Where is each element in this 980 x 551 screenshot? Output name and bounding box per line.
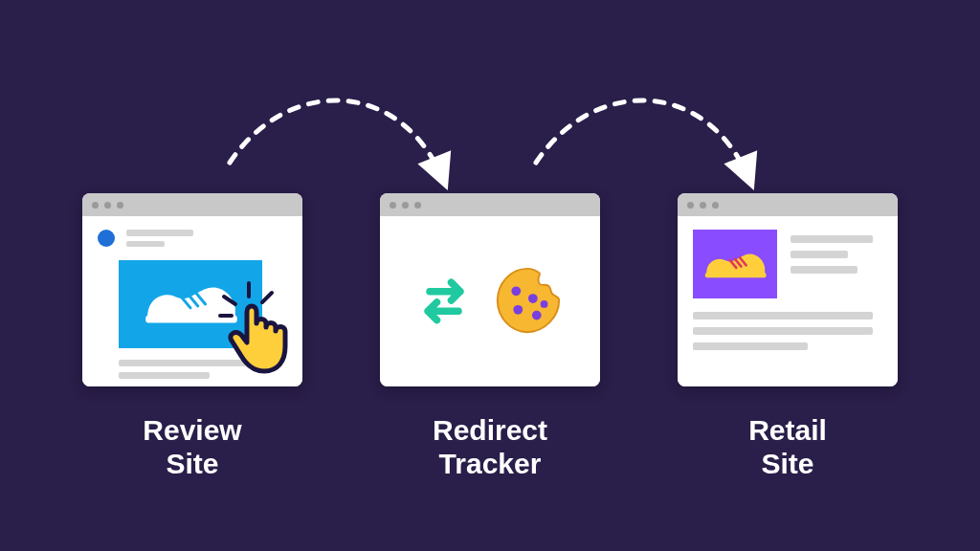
- sneaker-icon: [698, 237, 772, 291]
- window-dot-icon: [402, 202, 409, 209]
- window-dot-icon: [700, 202, 706, 209]
- retail-site-window: [678, 193, 898, 386]
- sneaker-icon: [134, 267, 247, 342]
- retail-site-label: Retail Site: [678, 413, 898, 481]
- window-dot-icon: [687, 202, 694, 209]
- window-dot-icon: [104, 202, 111, 209]
- placeholder-text: [693, 312, 882, 350]
- svg-point-5: [541, 300, 548, 308]
- window-titlebar: [678, 193, 898, 216]
- svg-point-4: [532, 311, 542, 320]
- window-dot-icon: [92, 202, 99, 209]
- review-site-window: [82, 193, 302, 386]
- avatar-icon: [98, 230, 115, 247]
- svg-point-1: [511, 286, 521, 296]
- placeholder-text: [791, 235, 873, 281]
- svg-point-2: [528, 294, 538, 303]
- window-titlebar: [82, 193, 302, 216]
- arrow-review-to-tracker: [230, 100, 445, 184]
- swap-arrows-icon: [415, 272, 473, 329]
- svg-point-3: [513, 305, 523, 315]
- placeholder-text: [119, 360, 287, 379]
- window-dot-icon: [712, 202, 719, 209]
- placeholder-text: [126, 230, 193, 247]
- review-hero: [119, 260, 262, 348]
- review-site-label: Review Site: [82, 413, 302, 481]
- product-thumbnail: [693, 230, 777, 298]
- window-dot-icon: [117, 202, 123, 209]
- redirect-tracker-label: Redirect Tracker: [380, 413, 600, 481]
- window-dot-icon: [414, 202, 421, 209]
- window-dot-icon: [390, 202, 396, 209]
- cookie-icon: [490, 263, 565, 338]
- redirect-tracker-window: [380, 193, 600, 386]
- window-titlebar: [380, 193, 600, 216]
- svg-rect-6: [705, 273, 767, 277]
- arrow-tracker-to-retail: [536, 100, 751, 184]
- svg-rect-0: [145, 316, 237, 323]
